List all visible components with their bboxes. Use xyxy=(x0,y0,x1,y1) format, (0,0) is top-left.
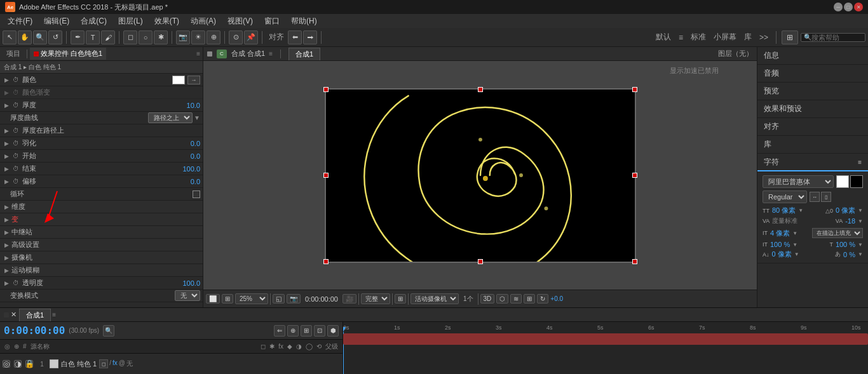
loop-checkbox[interactable] xyxy=(193,190,200,198)
fill-mode-icon[interactable]: ▯ xyxy=(821,192,831,202)
monitor-icon-btn[interactable]: ⬜ xyxy=(206,294,220,304)
snapshot-btn[interactable]: 📷 xyxy=(287,294,301,304)
3d-btn[interactable]: 3D xyxy=(480,294,495,304)
tl-nav-btn4[interactable]: ⊡ xyxy=(314,325,325,337)
menu-view[interactable]: 视图(V) xyxy=(222,15,258,28)
prop-opacity-value[interactable]: 100.0 xyxy=(168,279,200,287)
workspace-icon[interactable]: ⊞ xyxy=(782,30,798,44)
prop-thickness-on-path[interactable]: ▶ ⏱ 厚度在路径上 xyxy=(0,124,203,137)
track-lock[interactable]: 🔒 xyxy=(25,360,33,368)
brush-tool[interactable]: 🖌 xyxy=(101,30,115,44)
prop-color[interactable]: ▶ ⏱ 颜色 → xyxy=(0,74,203,86)
preview-panel-item[interactable]: 预览 xyxy=(757,83,868,100)
pen-tool[interactable]: ✒ xyxy=(71,30,85,44)
tl-nav-btn2[interactable]: ⊕ xyxy=(287,325,299,337)
menu-layer[interactable]: 图层(L) xyxy=(113,15,148,28)
char-menu[interactable]: ≡ xyxy=(858,159,862,166)
tl-current-time[interactable]: 0:00:00:00 xyxy=(4,324,65,337)
color-swatch[interactable] xyxy=(172,76,185,84)
effects-preset-item[interactable]: 效果和预设 xyxy=(757,100,868,118)
maximize-button[interactable]: □ xyxy=(844,3,853,11)
font-size-value[interactable]: 80 像素 xyxy=(772,206,796,215)
prop-end[interactable]: ▶ ⏱ 结束 100.0 xyxy=(0,163,203,175)
tl-nav-btn5[interactable]: ⬢ xyxy=(327,325,339,337)
color-picker-btn[interactable]: → xyxy=(187,76,200,84)
tracking-value[interactable]: -18 xyxy=(845,217,855,225)
project-tab[interactable]: 项目 xyxy=(3,48,24,60)
track-audio[interactable]: ◑ xyxy=(14,360,22,368)
align-panel-item[interactable]: 对齐 xyxy=(757,118,868,136)
prop-thickness[interactable]: ▶ ⏱ 厚度 10.0 xyxy=(0,99,203,112)
menu-anim[interactable]: 动画(A) xyxy=(186,15,221,28)
prop-loop[interactable]: 循环 xyxy=(0,188,203,201)
fill-color-swatch[interactable] xyxy=(836,175,849,188)
quality-select[interactable]: 完整 xyxy=(361,293,390,304)
stroke-type-select[interactable]: 在描边上填充 xyxy=(812,228,863,238)
scale-v-value[interactable]: 100 % xyxy=(836,241,855,248)
tl-panel-close[interactable]: ✕ xyxy=(11,311,17,319)
swap-icon[interactable]: ↔ xyxy=(810,192,820,202)
menu-comp[interactable]: 合成(C) xyxy=(76,15,112,28)
hand-tool[interactable]: ✋ xyxy=(18,30,32,44)
grid-btn[interactable]: ⊞ xyxy=(222,294,233,304)
camera-btn[interactable]: 🎥 xyxy=(342,294,356,304)
tl-tab-menu[interactable]: ≡ xyxy=(52,311,56,318)
prop-thickness-value[interactable]: 10.0 xyxy=(168,102,200,109)
panel-menu-icon[interactable]: ≡ xyxy=(196,50,200,57)
menu-help[interactable]: 帮助(H) xyxy=(286,15,322,28)
scale-h-value[interactable]: 100 % xyxy=(770,241,790,248)
prop-relay[interactable]: ▶ 中继站 xyxy=(0,226,203,239)
comp-tab-active[interactable]: 合成1 xyxy=(288,48,320,60)
render-btn[interactable]: ⬡ xyxy=(496,294,508,304)
close-button[interactable]: ✕ xyxy=(854,3,863,11)
light-tool[interactable]: ☀ xyxy=(191,30,205,44)
tl-tab-active[interactable]: 合成1 xyxy=(19,309,51,321)
track-bar-1[interactable] xyxy=(343,333,868,345)
menu-file[interactable]: 文件(F) xyxy=(3,15,37,28)
tl-search-btn[interactable]: 🔍 xyxy=(103,325,114,337)
grid2-btn[interactable]: ⊞ xyxy=(395,294,406,304)
search-input[interactable] xyxy=(811,34,862,41)
grid3-btn[interactable]: ⊞ xyxy=(524,294,535,304)
prop-feather-value[interactable]: 0.0 xyxy=(168,140,200,147)
blend-dropdown[interactable]: 无 xyxy=(175,290,200,301)
kerning-value[interactable]: 0 像素 xyxy=(836,206,855,215)
info-panel-item[interactable]: 信息 xyxy=(757,47,868,65)
font-style-select[interactable]: Regular xyxy=(763,190,807,203)
track-solo-btn[interactable]: ◻ xyxy=(99,359,108,368)
select-tool[interactable]: ↖ xyxy=(3,30,17,44)
tl-nav-btn1[interactable]: ⇐ xyxy=(274,325,285,337)
curve-dropdown[interactable]: 路径之上 xyxy=(148,112,193,123)
shape-tool[interactable]: ◻ xyxy=(123,30,137,44)
prop-feather[interactable]: ▶ ⏱ 羽化 0.0 xyxy=(0,137,203,150)
menu-window[interactable]: 窗口 xyxy=(259,15,285,28)
prop-gradient[interactable]: ▶ ⏱ 颜色渐变 xyxy=(0,86,203,99)
star-tool[interactable]: ✱ xyxy=(154,30,168,44)
align-right[interactable]: ⮕ xyxy=(303,30,317,44)
prop-thickness-curve[interactable]: 厚度曲线 路径之上 ▼ xyxy=(0,112,203,124)
track-eye[interactable]: ◎ xyxy=(3,360,10,368)
tl-nav-btn3[interactable]: ⊞ xyxy=(301,325,312,337)
refresh-btn[interactable]: ↻ xyxy=(537,294,548,304)
menu-effect[interactable]: 效果(T) xyxy=(149,15,184,28)
prop-start[interactable]: ▶ ⏱ 开始 0.0 xyxy=(0,150,203,163)
prop-opacity[interactable]: ▶ ⏱ 透明度 100.0 xyxy=(0,277,203,290)
camera-select[interactable]: 活动摄像机 xyxy=(410,293,459,304)
zoom-select[interactable]: 25% 50% 100% xyxy=(235,293,268,304)
puppet-tool[interactable]: ⊙ xyxy=(229,30,243,44)
ellipse-tool[interactable]: ○ xyxy=(139,30,153,44)
prop-offset-value[interactable]: 0.0 xyxy=(168,178,200,185)
region-btn[interactable]: ◱ xyxy=(273,294,285,304)
prop-blend-mode[interactable]: 变换模式 无 xyxy=(0,290,203,302)
char-panel-item[interactable]: 字符 ≡ xyxy=(757,154,868,171)
pin-tool[interactable]: 📌 xyxy=(244,30,258,44)
stroke-color-swatch[interactable] xyxy=(850,175,863,188)
font-select[interactable]: 阿里巴普惠体 xyxy=(763,175,834,188)
current-time[interactable]: 0:00:00:00 xyxy=(302,295,341,303)
minimize-button[interactable]: ─ xyxy=(834,3,843,11)
library-panel-item[interactable]: 库 xyxy=(757,136,868,154)
prop-transform[interactable]: ▶ 变 xyxy=(0,213,203,226)
prop-start-value[interactable]: 0.0 xyxy=(168,152,200,160)
prop-end-value[interactable]: 100.0 xyxy=(168,165,200,173)
tsume-value[interactable]: 0 % xyxy=(843,251,855,258)
